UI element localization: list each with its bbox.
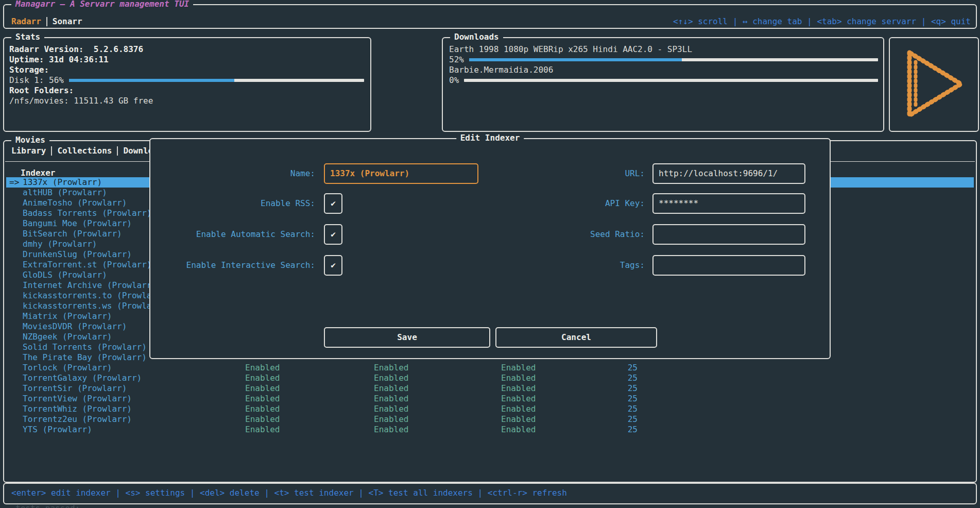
enable-automatic-search-checkbox[interactable]: ✔	[324, 224, 342, 245]
enable-rss-cell: Enabled	[245, 373, 280, 383]
root-folder-free: /nfs/movies: 11511.43 GB free	[9, 96, 153, 106]
name-input[interactable]: 1337x (Prowlarr)	[324, 163, 478, 184]
url-label: URL:	[480, 168, 645, 179]
download-progress-row: 52%	[449, 55, 878, 65]
logo-panel	[889, 37, 979, 132]
enable-interactive-search-checkbox[interactable]: ✔	[324, 255, 342, 276]
indexer-name: Miatrix (Prowlarr)	[23, 311, 112, 321]
tags-input[interactable]	[652, 255, 805, 276]
selected-row-marker: =>	[9, 177, 19, 188]
download-title: Earth 1998 1080p WEBRip x265 Hindi AAC2.…	[449, 44, 692, 55]
seed-ratio-input[interactable]	[652, 224, 805, 245]
bottom-keybind-hints: <enter> edit indexer | <s> settings | <d…	[11, 488, 567, 498]
disk-usage-gauge	[69, 79, 364, 82]
enable-interactive-search-cell: Enabled	[501, 425, 536, 435]
indexer-name: Torlock (Prowlarr)	[23, 363, 112, 373]
download-gauge	[469, 58, 878, 61]
indexer-name: Badass Torrents (Prowlarr)	[23, 208, 151, 218]
indexer-name: kickasstorrents.to (Prowlarr)	[23, 291, 166, 301]
table-row[interactable]: Torlock (Prowlarr)EnabledEnabledEnabled2…	[6, 363, 974, 373]
uptime: Uptime: 31d 04:36:11	[9, 55, 109, 65]
download-percent: 52%	[449, 55, 464, 65]
managarr-screen: Managarr – A Servarr management TUI Rada…	[0, 0, 980, 508]
indexer-name: Bangumi Moe (Prowlarr)	[23, 218, 132, 229]
indexer-name: dmhy (Prowlarr)	[23, 239, 97, 249]
priority-cell: 25	[586, 373, 638, 383]
tab-collections[interactable]: Collections	[57, 146, 112, 156]
clipped-status-text: tests passed:	[15, 503, 80, 508]
enable-interactive-search-cell: Enabled	[501, 383, 536, 394]
enable-rss-cell: Enabled	[245, 425, 280, 435]
enable-rss-cell: Enabled	[245, 383, 280, 394]
indexer-name: TorrentSir (Prowlarr)	[23, 383, 127, 394]
table-row[interactable]: TorrentWhiz (Prowlarr)EnabledEnabledEnab…	[6, 404, 974, 414]
indexer-name: Solid Torrents (Prowlarr)	[23, 342, 147, 352]
app-title: Managarr – A Servarr management TUI	[11, 0, 193, 9]
enable-automatic-search-cell: Enabled	[374, 404, 408, 414]
tab-radarr[interactable]: Radarr	[11, 16, 41, 27]
download-progress-row: 0%	[449, 75, 878, 86]
enable-rss-checkbox[interactable]: ✔	[324, 193, 342, 214]
table-row[interactable]: Torrentz2eu (Prowlarr)EnabledEnabledEnab…	[6, 414, 974, 425]
indexer-name: Internet Archive (Prowlarr)	[23, 280, 157, 291]
managarr-logo-icon	[903, 47, 966, 121]
statusbar-panel: <enter> edit indexer | <s> settings | <d…	[3, 483, 977, 504]
edit-indexer-modal: Edit Indexer Name: 1337x (Prowlarr) URL:…	[149, 138, 831, 359]
save-button[interactable]: Save	[324, 327, 490, 348]
enable-rss-cell: Enabled	[245, 414, 280, 425]
enable-rss-label: Enable RSS:	[150, 198, 315, 209]
priority-cell: 25	[586, 414, 638, 425]
stats-panel-title: Stats	[11, 32, 44, 42]
enable-rss-cell: Enabled	[245, 394, 280, 404]
table-row[interactable]: TorrentSir (Prowlarr)EnabledEnabledEnabl…	[6, 383, 974, 394]
name-label: Name:	[150, 168, 315, 179]
tab-divider	[117, 146, 118, 156]
indexer-name: ExtraTorrent.st (Prowlarr)	[23, 260, 151, 270]
modal-title: Edit Indexer	[456, 133, 524, 143]
table-row[interactable]: TorrentView (Prowlarr)EnabledEnabledEnab…	[6, 394, 974, 404]
indexer-name: DrunkenSlug (Prowlarr)	[23, 249, 132, 260]
enable-automatic-search-cell: Enabled	[374, 363, 408, 373]
enable-automatic-search-cell: Enabled	[374, 425, 408, 435]
storage-label: Storage:	[9, 65, 49, 75]
table-row[interactable]: YTS (Prowlarr)EnabledEnabledEnabled25	[6, 425, 974, 435]
root-folders-label: Root Folders:	[9, 86, 74, 96]
enable-interactive-search-cell: Enabled	[501, 363, 536, 373]
enable-interactive-search-cell: Enabled	[501, 404, 536, 414]
enable-rss-cell: Enabled	[245, 363, 280, 373]
enable-automatic-search-cell: Enabled	[374, 394, 408, 404]
tab-library[interactable]: Library	[11, 146, 46, 156]
stats-panel: Stats Radarr Version: 5.2.6.8376 Uptime:…	[3, 37, 371, 132]
priority-cell: 25	[586, 404, 638, 414]
tags-label: Tags:	[480, 260, 645, 270]
priority-cell: 25	[586, 425, 638, 435]
tab-sonarr[interactable]: Sonarr	[53, 16, 82, 27]
enable-automatic-search-cell: Enabled	[374, 414, 408, 425]
tab-divider	[46, 17, 47, 26]
indexer-name: kickasstorrents.ws (Prowlarr)	[23, 301, 166, 311]
indexer-name: TorrentGalaxy (Prowlarr)	[23, 373, 142, 383]
api-key-input[interactable]: ********	[652, 193, 805, 214]
movies-tabs: Library Collections Downloads	[11, 146, 168, 156]
titlebar-panel: Managarr – A Servarr management TUI Rada…	[3, 4, 977, 29]
enable-interactive-search-label: Enable Interactive Search:	[150, 260, 315, 270]
enable-interactive-search-cell: Enabled	[501, 373, 536, 383]
indexer-name: NZBgeek (Prowlarr)	[23, 332, 112, 342]
indexer-name: YTS (Prowlarr)	[23, 425, 92, 435]
indexer-name: altHUB (Prowlarr)	[23, 188, 107, 198]
indexer-name: MoviesDVDR (Prowlarr)	[23, 321, 127, 332]
url-input[interactable]: http://localhost:9696/1/	[652, 163, 805, 184]
indexer-column-header: Indexer	[21, 168, 55, 178]
table-row[interactable]: TorrentGalaxy (Prowlarr)EnabledEnabledEn…	[6, 373, 974, 383]
cancel-button[interactable]: Cancel	[495, 327, 657, 348]
download-percent: 0%	[449, 75, 459, 86]
priority-cell: 25	[586, 394, 638, 404]
disk-usage-label: Disk 1: 56%	[9, 75, 64, 86]
radarr-version: Radarr Version: 5.2.6.8376	[9, 44, 143, 55]
download-gauge	[464, 79, 878, 82]
priority-cell: 25	[586, 363, 638, 373]
top-keybind-hints: <↑↓> scroll | ↔ change tab | <tab> chang…	[673, 16, 971, 27]
enable-interactive-search-cell: Enabled	[501, 394, 536, 404]
indexer-name: TorrentView (Prowlarr)	[23, 394, 132, 404]
indexer-name: BitSearch (Prowlarr)	[23, 229, 122, 239]
